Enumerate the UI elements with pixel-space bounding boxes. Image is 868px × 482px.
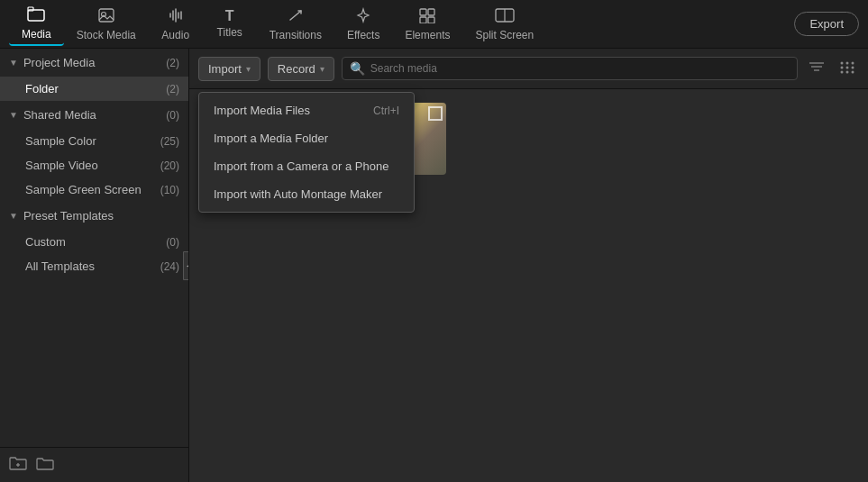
nav-media-label: Media	[22, 28, 51, 41]
sidebar-bottom	[0, 447, 188, 482]
sidebar-section-shared-media[interactable]: ▼ Shared Media (0)	[0, 101, 188, 129]
sidebar-item-all-templates[interactable]: All Templates (24)	[0, 254, 188, 278]
import-media-files-shortcut: Ctrl+I	[373, 105, 399, 117]
content-area: Import ▾ Record ▾ 🔍	[189, 49, 868, 482]
svg-point-17	[852, 62, 854, 65]
svg-point-23	[852, 71, 854, 74]
svg-rect-4	[420, 9, 426, 15]
new-folder-icon[interactable]	[9, 455, 27, 475]
nav-elements-label: Elements	[405, 29, 450, 41]
sidebar-section-preset-templates[interactable]: ▼ Preset Templates	[0, 202, 188, 230]
svg-point-21	[841, 71, 844, 74]
nav-audio-label: Audio	[161, 29, 189, 41]
import-dropdown[interactable]: Import ▾	[198, 57, 260, 81]
import-media-folder-label: Import a Media Folder	[214, 132, 328, 145]
all-templates-label: All Templates	[25, 259, 160, 273]
import-media-files-label: Import Media Files	[214, 104, 310, 117]
sample-video-count: (20)	[160, 159, 179, 172]
shared-media-chevron: ▼	[9, 110, 18, 120]
shared-media-count: (0)	[166, 109, 179, 122]
svg-point-16	[846, 62, 849, 65]
search-input[interactable]	[370, 62, 790, 75]
svg-rect-6	[420, 17, 426, 23]
nav-stock-label: Stock Media	[77, 29, 136, 41]
import-camera-item[interactable]: Import from a Camera or a Phone	[199, 152, 414, 180]
media-thumb-overlay-2	[428, 106, 443, 121]
nav-titles[interactable]: T Titles	[203, 5, 257, 42]
sidebar-item-custom[interactable]: Custom (0)	[0, 230, 188, 254]
folder-icon[interactable]	[36, 455, 54, 475]
sample-video-label: Sample Video	[25, 159, 160, 172]
nav-effects[interactable]: Effects	[334, 4, 392, 45]
nav-audio[interactable]: Audio	[149, 4, 203, 45]
main-area: ▼ Project Media (2) Folder (2) ▼ Shared …	[0, 49, 868, 482]
sample-green-screen-count: (10)	[160, 184, 179, 196]
grid-view-icon[interactable]	[836, 56, 859, 81]
content-toolbar: Import ▾ Record ▾ 🔍	[189, 49, 868, 89]
import-auto-montage-label: Import with Auto Montage Maker	[214, 187, 382, 201]
preset-templates-label: Preset Templates	[23, 209, 179, 223]
folder-count: (2)	[166, 83, 179, 95]
import-dropdown-menu: Import Media Files Ctrl+I Import a Media…	[198, 92, 415, 213]
svg-point-18	[841, 67, 844, 69]
import-media-files-item[interactable]: Import Media Files Ctrl+I	[199, 96, 414, 124]
import-dropdown-arrow: ▾	[246, 64, 251, 74]
titles-icon: T	[225, 9, 234, 23]
nav-split-screen-label: Split Screen	[475, 29, 534, 41]
nav-media[interactable]: Media	[9, 3, 64, 46]
sample-color-count: (25)	[160, 135, 179, 148]
project-media-label: Project Media	[23, 56, 166, 69]
sidebar-collapse-arrow[interactable]: ◀	[183, 251, 189, 280]
record-dropdown[interactable]: Record ▾	[268, 57, 334, 81]
nav-stock-media[interactable]: Stock Media	[64, 4, 149, 45]
sidebar-item-folder[interactable]: Folder (2)	[0, 77, 188, 101]
import-media-folder-item[interactable]: Import a Media Folder	[199, 124, 414, 152]
transitions-icon	[287, 7, 305, 26]
svg-point-19	[846, 67, 849, 69]
custom-count: (0)	[166, 236, 179, 249]
preset-templates-chevron: ▼	[9, 211, 18, 221]
search-icon: 🔍	[350, 61, 365, 76]
import-auto-montage-item[interactable]: Import with Auto Montage Maker	[199, 180, 414, 208]
folder-label: Folder	[25, 82, 166, 95]
stock-media-icon	[97, 7, 115, 26]
project-media-chevron: ▼	[9, 58, 18, 68]
sidebar-item-sample-video[interactable]: Sample Video (20)	[0, 153, 188, 177]
split-screen-icon	[495, 7, 515, 26]
export-button[interactable]: Export	[794, 12, 859, 36]
sample-color-label: Sample Color	[25, 134, 160, 148]
nav-transitions-label: Transitions	[270, 29, 322, 41]
svg-point-15	[841, 62, 844, 65]
filter-icon[interactable]	[805, 56, 828, 81]
search-box[interactable]: 🔍	[342, 57, 798, 80]
import-label: Import	[208, 62, 242, 76]
nav-effects-label: Effects	[347, 29, 379, 41]
custom-label: Custom	[25, 235, 166, 249]
effects-icon	[354, 7, 372, 26]
media-icon	[27, 6, 45, 25]
svg-rect-7	[428, 17, 434, 23]
sidebar: ▼ Project Media (2) Folder (2) ▼ Shared …	[0, 49, 189, 482]
nav-split-screen[interactable]: Split Screen	[462, 4, 546, 45]
project-media-count: (2)	[166, 57, 179, 69]
top-nav: Media Stock Media Audio T Titles	[0, 0, 868, 49]
elements-icon	[418, 7, 436, 26]
audio-icon	[168, 7, 184, 26]
svg-point-22	[846, 71, 849, 74]
all-templates-count: (24)	[160, 260, 179, 273]
record-label: Record	[278, 62, 315, 76]
sidebar-item-sample-green-screen[interactable]: Sample Green Screen (10)	[0, 177, 188, 202]
nav-transitions[interactable]: Transitions	[257, 4, 334, 45]
import-camera-label: Import from a Camera or a Phone	[214, 159, 388, 173]
svg-rect-5	[428, 9, 434, 15]
svg-rect-0	[28, 10, 44, 21]
sample-green-screen-label: Sample Green Screen	[25, 183, 160, 196]
record-dropdown-arrow: ▾	[320, 64, 324, 74]
svg-point-20	[852, 67, 854, 69]
shared-media-label: Shared Media	[23, 108, 166, 122]
sidebar-item-sample-color[interactable]: Sample Color (25)	[0, 129, 188, 153]
nav-elements[interactable]: Elements	[392, 4, 462, 45]
sidebar-section-project-media[interactable]: ▼ Project Media (2)	[0, 49, 188, 77]
nav-titles-label: Titles	[217, 26, 242, 39]
